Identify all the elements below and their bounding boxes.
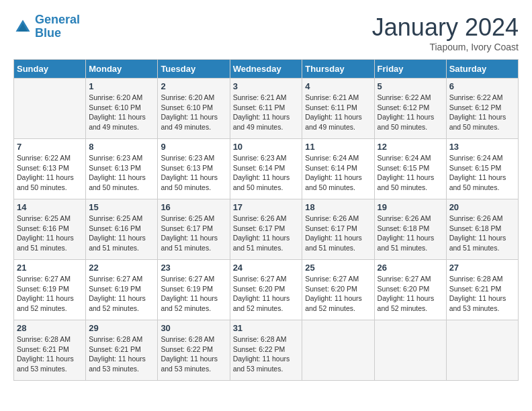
- weekday-header-sunday: Sunday: [14, 60, 86, 79]
- day-number: 25: [305, 263, 371, 273]
- weekday-header-monday: Monday: [86, 60, 158, 79]
- calendar-cell: 23Sunrise: 6:27 AMSunset: 6:19 PMDayligh…: [158, 260, 230, 320]
- calendar-cell: [374, 320, 446, 381]
- day-info: Sunrise: 6:23 AMSunset: 6:14 PMDaylight:…: [233, 153, 300, 193]
- month-title: January 2024: [372, 13, 519, 42]
- title-block: January 2024 Tiapoum, Ivory Coast: [372, 13, 519, 52]
- page-header: General Blue January 2024 Tiapoum, Ivory…: [13, 13, 519, 52]
- calendar-cell: [302, 320, 374, 381]
- calendar-cell: 20Sunrise: 6:26 AMSunset: 6:18 PMDayligh…: [446, 199, 518, 260]
- location-subtitle: Tiapoum, Ivory Coast: [372, 42, 519, 52]
- calendar-cell: [14, 79, 86, 139]
- day-number: 10: [233, 142, 300, 152]
- week-row-1: 1Sunrise: 6:20 AMSunset: 6:10 PMDaylight…: [14, 79, 519, 139]
- day-info: Sunrise: 6:22 AMSunset: 6:13 PMDaylight:…: [17, 153, 83, 193]
- weekday-header-friday: Friday: [374, 60, 446, 79]
- day-info: Sunrise: 6:27 AMSunset: 6:20 PMDaylight:…: [378, 274, 443, 314]
- day-number: 14: [17, 202, 83, 212]
- calendar-cell: 4Sunrise: 6:21 AMSunset: 6:11 PMDaylight…: [302, 79, 374, 139]
- day-number: 27: [449, 263, 515, 273]
- day-info: Sunrise: 6:24 AMSunset: 6:15 PMDaylight:…: [449, 153, 515, 193]
- day-info: Sunrise: 6:26 AMSunset: 6:18 PMDaylight:…: [449, 214, 515, 253]
- day-number: 19: [378, 202, 443, 212]
- day-info: Sunrise: 6:23 AMSunset: 6:13 PMDaylight:…: [89, 153, 154, 193]
- week-row-3: 14Sunrise: 6:25 AMSunset: 6:16 PMDayligh…: [14, 199, 519, 260]
- day-number: 8: [89, 142, 154, 152]
- day-info: Sunrise: 6:24 AMSunset: 6:15 PMDaylight:…: [378, 153, 443, 193]
- calendar-cell: 3Sunrise: 6:21 AMSunset: 6:11 PMDaylight…: [230, 79, 302, 139]
- calendar-cell: 19Sunrise: 6:26 AMSunset: 6:18 PMDayligh…: [374, 199, 446, 260]
- day-info: Sunrise: 6:24 AMSunset: 6:14 PMDaylight:…: [305, 153, 371, 193]
- calendar-cell: 22Sunrise: 6:27 AMSunset: 6:19 PMDayligh…: [86, 260, 158, 320]
- weekday-header-wednesday: Wednesday: [230, 60, 302, 79]
- calendar-cell: 6Sunrise: 6:22 AMSunset: 6:12 PMDaylight…: [446, 79, 518, 139]
- day-info: Sunrise: 6:22 AMSunset: 6:12 PMDaylight:…: [378, 93, 443, 132]
- calendar-cell: 9Sunrise: 6:23 AMSunset: 6:13 PMDaylight…: [158, 139, 230, 199]
- week-row-5: 28Sunrise: 6:28 AMSunset: 6:21 PMDayligh…: [14, 320, 519, 381]
- day-info: Sunrise: 6:22 AMSunset: 6:12 PMDaylight:…: [449, 93, 515, 132]
- day-info: Sunrise: 6:28 AMSunset: 6:21 PMDaylight:…: [449, 274, 515, 314]
- day-info: Sunrise: 6:21 AMSunset: 6:11 PMDaylight:…: [233, 93, 300, 132]
- day-info: Sunrise: 6:27 AMSunset: 6:19 PMDaylight:…: [89, 274, 154, 314]
- day-info: Sunrise: 6:21 AMSunset: 6:11 PMDaylight:…: [305, 93, 371, 132]
- day-number: 5: [378, 81, 443, 91]
- day-info: Sunrise: 6:27 AMSunset: 6:19 PMDaylight:…: [161, 274, 226, 314]
- day-number: 17: [233, 202, 300, 212]
- calendar-cell: 13Sunrise: 6:24 AMSunset: 6:15 PMDayligh…: [446, 139, 518, 199]
- day-number: 31: [233, 323, 300, 333]
- calendar-cell: 10Sunrise: 6:23 AMSunset: 6:14 PMDayligh…: [230, 139, 302, 199]
- calendar-cell: 29Sunrise: 6:28 AMSunset: 6:21 PMDayligh…: [86, 320, 158, 381]
- calendar-cell: 16Sunrise: 6:25 AMSunset: 6:17 PMDayligh…: [158, 199, 230, 260]
- calendar-cell: 8Sunrise: 6:23 AMSunset: 6:13 PMDaylight…: [86, 139, 158, 199]
- day-number: 23: [161, 263, 226, 273]
- weekday-header-tuesday: Tuesday: [158, 60, 230, 79]
- calendar-cell: 18Sunrise: 6:26 AMSunset: 6:17 PMDayligh…: [302, 199, 374, 260]
- day-number: 1: [89, 81, 154, 91]
- calendar-body: 1Sunrise: 6:20 AMSunset: 6:10 PMDaylight…: [14, 79, 519, 381]
- day-info: Sunrise: 6:25 AMSunset: 6:16 PMDaylight:…: [17, 214, 83, 253]
- day-info: Sunrise: 6:23 AMSunset: 6:13 PMDaylight:…: [161, 153, 226, 193]
- calendar-header: SundayMondayTuesdayWednesdayThursdayFrid…: [14, 60, 519, 79]
- day-number: 30: [161, 323, 226, 333]
- calendar-cell: 12Sunrise: 6:24 AMSunset: 6:15 PMDayligh…: [374, 139, 446, 199]
- calendar-cell: 11Sunrise: 6:24 AMSunset: 6:14 PMDayligh…: [302, 139, 374, 199]
- day-number: 26: [378, 263, 443, 273]
- day-number: 29: [89, 323, 154, 333]
- calendar-cell: 30Sunrise: 6:28 AMSunset: 6:22 PMDayligh…: [158, 320, 230, 381]
- day-number: 11: [305, 142, 371, 152]
- day-info: Sunrise: 6:25 AMSunset: 6:16 PMDaylight:…: [89, 214, 154, 253]
- day-info: Sunrise: 6:26 AMSunset: 6:17 PMDaylight:…: [233, 214, 300, 253]
- calendar-cell: 15Sunrise: 6:25 AMSunset: 6:16 PMDayligh…: [86, 199, 158, 260]
- calendar-cell: 2Sunrise: 6:20 AMSunset: 6:10 PMDaylight…: [158, 79, 230, 139]
- weekday-row: SundayMondayTuesdayWednesdayThursdayFrid…: [14, 60, 519, 79]
- day-number: 13: [449, 142, 515, 152]
- day-number: 9: [161, 142, 226, 152]
- calendar-cell: 5Sunrise: 6:22 AMSunset: 6:12 PMDaylight…: [374, 79, 446, 139]
- day-number: 15: [89, 202, 154, 212]
- logo: General Blue: [13, 13, 80, 40]
- calendar-table: SundayMondayTuesdayWednesdayThursdayFrid…: [13, 59, 519, 381]
- day-info: Sunrise: 6:28 AMSunset: 6:21 PMDaylight:…: [17, 334, 83, 374]
- calendar-cell: 7Sunrise: 6:22 AMSunset: 6:13 PMDaylight…: [14, 139, 86, 199]
- day-number: 4: [305, 81, 371, 91]
- day-info: Sunrise: 6:28 AMSunset: 6:22 PMDaylight:…: [161, 334, 226, 374]
- week-row-2: 7Sunrise: 6:22 AMSunset: 6:13 PMDaylight…: [14, 139, 519, 199]
- day-number: 6: [449, 81, 515, 91]
- calendar-cell: 31Sunrise: 6:28 AMSunset: 6:22 PMDayligh…: [230, 320, 302, 381]
- calendar-cell: 26Sunrise: 6:27 AMSunset: 6:20 PMDayligh…: [374, 260, 446, 320]
- calendar-cell: 27Sunrise: 6:28 AMSunset: 6:21 PMDayligh…: [446, 260, 518, 320]
- calendar-cell: 21Sunrise: 6:27 AMSunset: 6:19 PMDayligh…: [14, 260, 86, 320]
- day-info: Sunrise: 6:28 AMSunset: 6:22 PMDaylight:…: [233, 334, 300, 374]
- day-info: Sunrise: 6:27 AMSunset: 6:19 PMDaylight:…: [17, 274, 83, 314]
- calendar-cell: 25Sunrise: 6:27 AMSunset: 6:20 PMDayligh…: [302, 260, 374, 320]
- day-number: 22: [89, 263, 154, 273]
- day-number: 2: [161, 81, 226, 91]
- day-number: 28: [17, 323, 83, 333]
- day-info: Sunrise: 6:28 AMSunset: 6:21 PMDaylight:…: [89, 334, 154, 374]
- day-number: 20: [449, 202, 515, 212]
- calendar-cell: 24Sunrise: 6:27 AMSunset: 6:20 PMDayligh…: [230, 260, 302, 320]
- weekday-header-saturday: Saturday: [446, 60, 518, 79]
- day-number: 16: [161, 202, 226, 212]
- day-info: Sunrise: 6:27 AMSunset: 6:20 PMDaylight:…: [233, 274, 300, 314]
- calendar-cell: [446, 320, 518, 381]
